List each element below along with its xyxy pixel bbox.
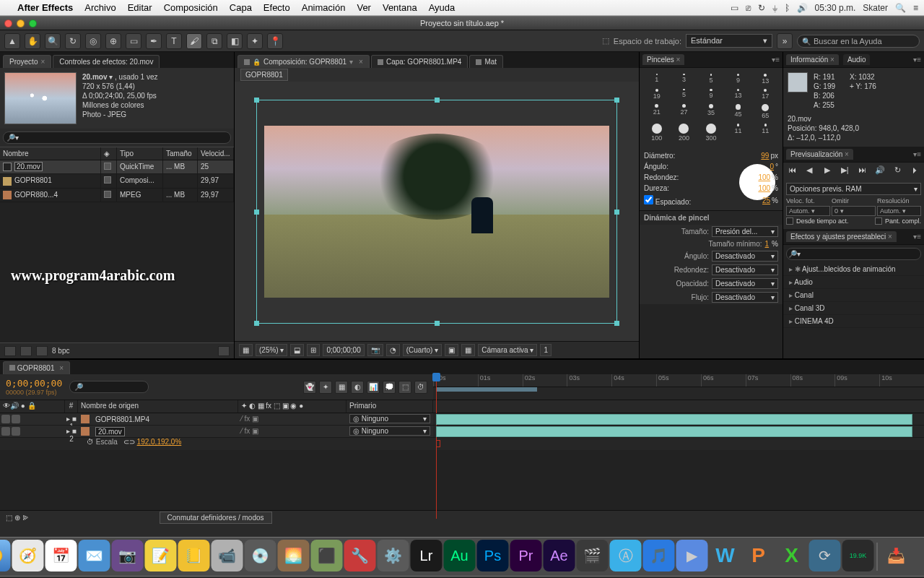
panel-menu-icon[interactable]: ▾≡ — [772, 56, 780, 64]
play-button[interactable]: ▶ — [821, 165, 833, 177]
last-frame-button[interactable]: ⏭ — [857, 165, 868, 177]
dyn-select[interactable]: Desactivado▾ — [712, 278, 778, 289]
text-tool[interactable]: T — [166, 33, 182, 49]
source-name-header[interactable]: Nombre de origen — [78, 400, 238, 413]
view-count[interactable]: 1 — [540, 344, 552, 356]
screenflow-icon[interactable]: ▶ — [676, 540, 708, 571]
camera-tool[interactable]: ◎ — [85, 33, 101, 49]
menubar-clock[interactable]: 05:30 p.m. — [815, 3, 856, 13]
brush-preset[interactable]: 5 — [671, 87, 697, 101]
brush-preset[interactable]: 100 — [644, 122, 670, 143]
activity-icon[interactable]: 19.9K — [842, 540, 874, 571]
current-time[interactable]: 0;00;00;00 — [6, 378, 62, 389]
comp-viewer[interactable] — [235, 82, 639, 341]
brush-preset[interactable]: 45 — [725, 103, 751, 121]
loop-button[interactable]: ↻ — [892, 165, 904, 177]
layer-clip[interactable] — [436, 414, 912, 425]
downloads-icon[interactable]: 📥 — [881, 540, 912, 571]
tl-icon-draft3d[interactable]: ⬚ — [398, 381, 411, 394]
roundness-value[interactable]: 100 — [758, 173, 770, 181]
col-type[interactable]: Tipo — [117, 147, 163, 160]
diameter-value[interactable]: 99 — [761, 152, 769, 160]
effect-controls-tab[interactable]: Controles de efectos: 20.mov — [53, 55, 160, 68]
spacing-value[interactable]: 25 — [762, 197, 770, 204]
safari-icon[interactable]: 🧭 — [12, 540, 44, 571]
menubar-volume-icon[interactable]: 🔊 — [797, 3, 808, 13]
alpha-toggle[interactable]: ▦ — [239, 344, 253, 356]
effect-category[interactable]: Canal 3D — [783, 302, 924, 315]
brush-preset[interactable]: 13 — [725, 87, 751, 101]
roto-tool[interactable]: ✦ — [247, 33, 263, 49]
rotate-tool[interactable]: ↻ — [65, 33, 81, 49]
menubar-sync-icon[interactable]: ↻ — [758, 3, 765, 13]
angle-value[interactable]: 0 — [770, 163, 774, 171]
grid-icon[interactable]: ▦ — [461, 344, 475, 356]
menu-ventana[interactable]: Ventana — [383, 2, 417, 13]
parent-header[interactable]: Primario — [346, 400, 433, 413]
word-icon[interactable]: W — [710, 540, 741, 571]
transform-handle[interactable] — [254, 98, 259, 103]
notes-icon[interactable]: 📒 — [178, 540, 210, 571]
menubar-wifi-icon[interactable]: ⏚ — [772, 3, 777, 13]
effects-presets-tab[interactable]: Efectos y ajustes preestableci × — [786, 231, 897, 242]
res-select[interactable]: Autom. ▾ — [877, 206, 921, 216]
photoshop-icon[interactable]: Ps — [477, 540, 509, 571]
fps-select[interactable]: Autom. ▾ — [786, 206, 830, 216]
col-rate[interactable]: Velocid... — [198, 147, 234, 160]
pan-behind-tool[interactable]: ⊕ — [105, 33, 121, 49]
window-close-button[interactable] — [4, 20, 12, 27]
parent-select[interactable]: ◎ Ninguno▾ — [349, 426, 430, 436]
col-label[interactable]: ◈ — [101, 147, 117, 160]
visibility-toggle[interactable] — [1, 427, 10, 436]
hand-tool[interactable]: ✋ — [25, 33, 40, 49]
new-folder-icon[interactable] — [20, 346, 32, 356]
resolution-select[interactable]: (Cuarto) — [403, 344, 442, 356]
menu-ver[interactable]: Ver — [357, 2, 371, 13]
from-current-checkbox[interactable] — [786, 217, 793, 225]
audio-button[interactable]: 🔊 — [874, 165, 886, 177]
tl-icon-motion-blur[interactable]: ◐ — [351, 381, 364, 394]
brush-preset[interactable]: 1 — [644, 72, 670, 86]
camera-select[interactable]: Cámara activa — [478, 344, 537, 356]
comp-tab[interactable]: Composición: GOPR8801▾× — [237, 55, 370, 68]
timeline-layer[interactable]: ▸ ■ 1GOPR8801.MP4⁄ fx ▣◎ Ninguno▾ — [0, 413, 924, 426]
brushes-tab[interactable]: Pinceles × — [642, 54, 684, 65]
layer-tab[interactable]: Capa: GOPR8801.MP4 — [371, 55, 468, 68]
brush-preset[interactable]: 65 — [752, 103, 778, 121]
time-ruler[interactable]: 00s01s02s03s04s05s06s07s08s09s10s — [433, 374, 924, 387]
spotlight-icon[interactable]: 🔍 — [895, 3, 906, 13]
material-tab[interactable]: Mat — [469, 55, 503, 68]
brush-preset[interactable]: 21 — [644, 103, 670, 121]
transform-handle[interactable] — [435, 98, 440, 103]
trash-icon[interactable] — [218, 346, 230, 356]
audio-tab[interactable]: Audio — [843, 54, 871, 65]
finder-icon[interactable]: 😃 — [0, 540, 11, 571]
utorrent-icon[interactable]: ⟳ — [809, 540, 841, 571]
dyn-select[interactable]: Desactivado▾ — [712, 251, 778, 262]
transform-handle[interactable] — [254, 210, 259, 215]
brush-preset[interactable]: 200 — [671, 122, 697, 143]
timeline-search[interactable] — [69, 381, 149, 393]
close-icon[interactable]: × — [359, 58, 363, 66]
ram-preview-options[interactable]: Opciones previs. RAM▾ — [786, 183, 921, 195]
window-zoom-button[interactable] — [29, 20, 37, 27]
menubar-display-icon[interactable]: ⎚ — [746, 3, 751, 13]
parent-select[interactable]: ◎ Ninguno▾ — [349, 414, 430, 423]
brush-preset[interactable]: 13 — [752, 72, 778, 86]
menu-archivo[interactable]: Archivo — [84, 2, 116, 13]
brush-preset[interactable]: 5 — [698, 72, 724, 86]
lightroom-icon[interactable]: Lr — [411, 540, 443, 571]
tl-foot-toggle[interactable]: ⬚ ⊕ ⫸ — [6, 514, 30, 522]
fast-preview[interactable]: ⬓ — [290, 344, 304, 356]
terminal-icon[interactable]: ⬛ — [311, 540, 343, 571]
ram-preview-button[interactable]: ⏵ — [910, 165, 921, 177]
toggle-switches-modes[interactable]: Conmutar definidores / modos — [160, 512, 272, 524]
powerpoint-icon[interactable]: P — [743, 540, 775, 571]
aftereffects-icon[interactable]: Ae — [544, 540, 575, 571]
tl-icon-frame-blend[interactable]: ▦ — [335, 381, 348, 394]
timeline-layer[interactable]: ▸ ■ 220.mov⁄ fx ▣◎ Ninguno▾ — [0, 426, 924, 438]
channel-icon[interactable]: ◔ — [386, 344, 400, 356]
menu-efecto[interactable]: Efecto — [263, 2, 290, 13]
brush-preset[interactable]: 9 — [725, 72, 751, 86]
notifications-icon[interactable]: ≡ — [913, 3, 918, 13]
